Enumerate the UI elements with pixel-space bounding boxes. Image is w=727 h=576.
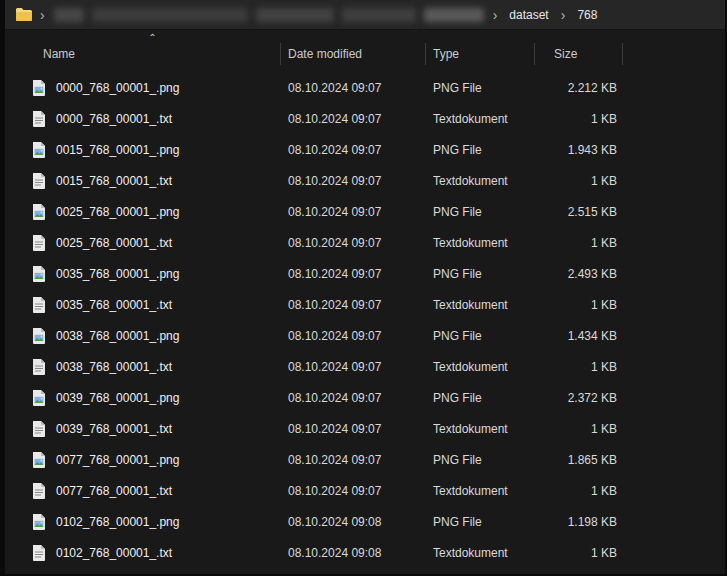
redacted-path-segment[interactable] <box>256 8 334 22</box>
table-row[interactable]: 0038_768_00001_.txt08.10.2024 09:07Textd… <box>5 351 725 382</box>
table-row[interactable]: 0039_768_00001_.png08.10.2024 09:07PNG F… <box>5 382 725 413</box>
file-name: 0077_768_00001_.png <box>56 453 179 467</box>
redacted-path-segment[interactable] <box>424 8 484 22</box>
file-name: 0015_768_00001_.png <box>56 143 179 157</box>
png-file-icon <box>32 452 47 468</box>
file-size: 2.493 KB <box>535 267 623 281</box>
file-name: 0102_768_00001_.png <box>56 515 179 529</box>
column-header-size[interactable]: Size <box>535 43 623 65</box>
png-file-icon <box>32 328 47 344</box>
file-size: 1 KB <box>535 360 623 374</box>
file-name: 0077_768_00001_.txt <box>56 484 172 498</box>
file-type: Textdokument <box>426 236 535 250</box>
file-size: 1 KB <box>535 174 623 188</box>
table-row[interactable]: 0015_768_00001_.png08.10.2024 09:07PNG F… <box>5 134 725 165</box>
file-date-modified: 08.10.2024 09:07 <box>281 112 426 126</box>
table-row[interactable]: 0077_768_00001_.txt08.10.2024 09:07Textd… <box>5 475 725 506</box>
table-row[interactable]: 0035_768_00001_.txt08.10.2024 09:07Textd… <box>5 289 725 320</box>
table-row[interactable]: 0102_768_00001_.txt08.10.2024 09:08Textd… <box>5 537 725 568</box>
table-row[interactable]: 0039_768_00001_.txt08.10.2024 09:07Textd… <box>5 413 725 444</box>
address-bar: › › dataset › 768 <box>5 0 725 30</box>
redacted-path-segment[interactable] <box>54 8 84 22</box>
txt-file-icon <box>32 421 47 437</box>
txt-file-icon <box>32 111 47 127</box>
redacted-path-segment[interactable] <box>342 8 416 22</box>
table-row[interactable]: 0000_768_00001_.txt08.10.2024 09:07Textd… <box>5 103 725 134</box>
column-header-size-label: Size <box>554 47 577 61</box>
file-type: PNG File <box>426 391 535 405</box>
table-row[interactable]: 0038_768_00001_.png08.10.2024 09:07PNG F… <box>5 320 725 351</box>
file-type: PNG File <box>426 81 535 95</box>
file-size: 1.434 KB <box>535 329 623 343</box>
file-type: Textdokument <box>426 546 535 560</box>
file-size: 2.515 KB <box>535 205 623 219</box>
file-date-modified: 08.10.2024 09:07 <box>281 484 426 498</box>
file-date-modified: 08.10.2024 09:07 <box>281 174 426 188</box>
file-name: 0035_768_00001_.txt <box>56 298 172 312</box>
file-size: 1 KB <box>535 298 623 312</box>
table-row[interactable]: 0035_768_00001_.png08.10.2024 09:07PNG F… <box>5 258 725 289</box>
file-name: 0102_768_00001_.txt <box>56 546 172 560</box>
file-date-modified: 08.10.2024 09:07 <box>281 422 426 436</box>
column-header-name[interactable]: ⌃ Name <box>25 43 281 65</box>
file-size: 1 KB <box>535 236 623 250</box>
file-type: Textdokument <box>426 174 535 188</box>
file-type: Textdokument <box>426 112 535 126</box>
file-type: PNG File <box>426 515 535 529</box>
file-name: 0015_768_00001_.txt <box>56 174 172 188</box>
file-size: 1 KB <box>535 546 623 560</box>
file-date-modified: 08.10.2024 09:08 <box>281 546 426 560</box>
txt-file-icon <box>32 359 47 375</box>
file-date-modified: 08.10.2024 09:07 <box>281 329 426 343</box>
table-row[interactable]: 0025_768_00001_.txt08.10.2024 09:07Textd… <box>5 227 725 258</box>
file-size: 2.212 KB <box>535 81 623 95</box>
file-type: PNG File <box>426 205 535 219</box>
file-name: 0035_768_00001_.png <box>56 267 179 281</box>
file-size: 1.198 KB <box>535 515 623 529</box>
file-date-modified: 08.10.2024 09:07 <box>281 236 426 250</box>
chevron-right-icon: › <box>35 8 50 22</box>
file-date-modified: 08.10.2024 09:07 <box>281 143 426 157</box>
table-row[interactable]: 0102_768_00001_.png08.10.2024 09:08PNG F… <box>5 506 725 537</box>
file-size: 1 KB <box>535 484 623 498</box>
table-row[interactable]: 0000_768_00001_.png08.10.2024 09:07PNG F… <box>5 72 725 103</box>
png-file-icon <box>32 390 47 406</box>
file-type: Textdokument <box>426 422 535 436</box>
file-date-modified: 08.10.2024 09:08 <box>281 515 426 529</box>
file-type: Textdokument <box>426 298 535 312</box>
png-file-icon <box>32 142 47 158</box>
file-name: 0038_768_00001_.txt <box>56 360 172 374</box>
file-date-modified: 08.10.2024 09:07 <box>281 360 426 374</box>
file-name: 0039_768_00001_.png <box>56 391 179 405</box>
breadcrumb-item-dataset[interactable]: dataset <box>502 5 555 25</box>
column-header-date-modified[interactable]: Date modified <box>281 43 426 65</box>
file-type: Textdokument <box>426 484 535 498</box>
png-file-icon <box>32 204 47 220</box>
table-row[interactable]: 0025_768_00001_.png08.10.2024 09:07PNG F… <box>5 196 725 227</box>
column-header-type-label: Type <box>433 47 459 61</box>
file-name: 0000_768_00001_.png <box>56 81 179 95</box>
file-name: 0038_768_00001_.png <box>56 329 179 343</box>
file-date-modified: 08.10.2024 09:07 <box>281 205 426 219</box>
png-file-icon <box>32 266 47 282</box>
table-row[interactable]: 0077_768_00001_.png08.10.2024 09:07PNG F… <box>5 444 725 475</box>
column-header-name-label: Name <box>43 47 75 61</box>
redacted-path-segment[interactable] <box>92 8 248 22</box>
file-date-modified: 08.10.2024 09:07 <box>281 298 426 312</box>
file-size: 2.372 KB <box>535 391 623 405</box>
file-name: 0025_768_00001_.txt <box>56 236 172 250</box>
chevron-right-icon: › <box>488 8 503 22</box>
folder-icon[interactable] <box>13 6 35 23</box>
column-header-date-label: Date modified <box>288 47 362 61</box>
breadcrumb-item-768[interactable]: 768 <box>570 5 604 25</box>
txt-file-icon <box>32 483 47 499</box>
chevron-right-icon: › <box>556 8 571 22</box>
sort-ascending-icon: ⌃ <box>148 33 156 43</box>
file-name: 0025_768_00001_.png <box>56 205 179 219</box>
column-header-type[interactable]: Type <box>426 43 535 65</box>
table-row[interactable]: 0015_768_00001_.txt08.10.2024 09:07Textd… <box>5 165 725 196</box>
file-size: 1.943 KB <box>535 143 623 157</box>
file-date-modified: 08.10.2024 09:07 <box>281 453 426 467</box>
file-list: 0000_768_00001_.png08.10.2024 09:07PNG F… <box>5 72 725 568</box>
file-date-modified: 08.10.2024 09:07 <box>281 81 426 95</box>
